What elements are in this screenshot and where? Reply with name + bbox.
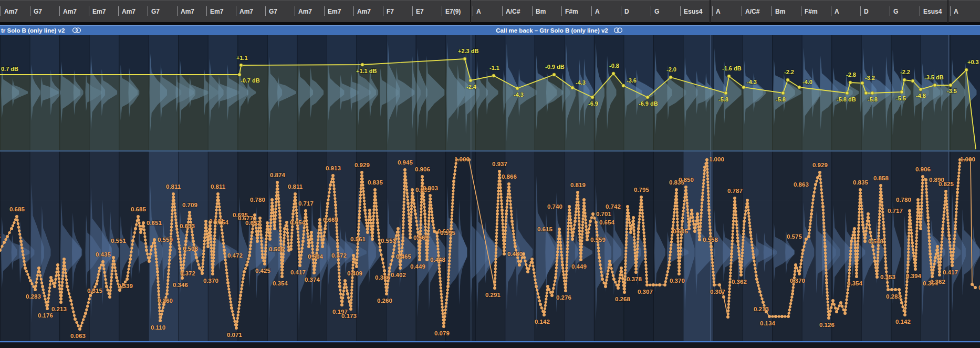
automation-point[interactable] bbox=[718, 283, 721, 286]
automation-point[interactable] bbox=[929, 252, 932, 255]
automation-point[interactable] bbox=[266, 221, 269, 224]
automation-point[interactable] bbox=[383, 269, 386, 272]
automation-point[interactable] bbox=[206, 245, 210, 248]
automation-point[interactable] bbox=[791, 292, 794, 295]
automation-point[interactable] bbox=[514, 245, 517, 248]
automation-point[interactable] bbox=[900, 90, 903, 94]
automation-point[interactable] bbox=[787, 315, 790, 318]
automation-point[interactable] bbox=[321, 245, 324, 248]
automation-point[interactable] bbox=[733, 197, 736, 200]
automation-point[interactable] bbox=[336, 245, 339, 248]
automation-point[interactable] bbox=[414, 212, 417, 216]
automation-point[interactable] bbox=[379, 249, 382, 252]
automation-point[interactable] bbox=[29, 279, 32, 282]
automation-point[interactable] bbox=[56, 263, 59, 267]
automation-point[interactable] bbox=[403, 168, 406, 171]
automation-point[interactable] bbox=[498, 170, 501, 173]
automation-point[interactable] bbox=[705, 158, 708, 161]
automation-point[interactable] bbox=[620, 267, 623, 270]
automation-point[interactable] bbox=[658, 283, 661, 286]
automation-point[interactable] bbox=[774, 315, 777, 318]
automation-point[interactable] bbox=[373, 188, 377, 191]
automation-point[interactable] bbox=[137, 215, 140, 218]
automation-point[interactable] bbox=[586, 238, 589, 241]
automation-point[interactable] bbox=[608, 260, 611, 263]
automation-point[interactable] bbox=[884, 267, 888, 270]
automation-point[interactable] bbox=[450, 227, 453, 230]
automation-point[interactable] bbox=[903, 78, 906, 81]
automation-point[interactable] bbox=[435, 231, 439, 234]
automation-point[interactable] bbox=[442, 325, 445, 328]
automation-point[interactable] bbox=[576, 191, 579, 194]
automation-point[interactable] bbox=[312, 271, 316, 274]
automation-point[interactable] bbox=[496, 212, 499, 216]
automation-point[interactable] bbox=[62, 258, 66, 261]
automation-point[interactable] bbox=[289, 248, 293, 251]
automation-point[interactable] bbox=[399, 267, 402, 270]
automation-point[interactable] bbox=[316, 248, 319, 251]
automation-point[interactable] bbox=[861, 81, 864, 85]
automation-point[interactable] bbox=[245, 263, 248, 267]
chord-cell[interactable]: F#m bbox=[805, 8, 818, 15]
automation-point[interactable] bbox=[698, 238, 701, 241]
automation-point[interactable] bbox=[742, 86, 745, 89]
automation-point[interactable] bbox=[291, 212, 295, 216]
automation-point[interactable] bbox=[115, 276, 118, 279]
automation-point[interactable] bbox=[768, 315, 771, 318]
automation-point[interactable] bbox=[601, 278, 604, 281]
automation-point[interactable] bbox=[358, 216, 361, 219]
automation-point[interactable] bbox=[409, 236, 412, 239]
automation-point[interactable] bbox=[634, 271, 638, 274]
automation-point[interactable] bbox=[304, 209, 307, 212]
automation-point[interactable] bbox=[134, 227, 137, 230]
automation-point[interactable] bbox=[690, 209, 693, 212]
automation-point[interactable] bbox=[381, 258, 384, 261]
automation-point[interactable] bbox=[571, 238, 574, 241]
automation-point[interactable] bbox=[681, 220, 684, 223]
automation-point[interactable] bbox=[296, 227, 299, 230]
automation-point[interactable] bbox=[251, 231, 254, 234]
automation-point[interactable] bbox=[749, 231, 752, 234]
automation-point[interactable] bbox=[239, 64, 243, 67]
automation-point[interactable] bbox=[924, 178, 927, 181]
automation-point[interactable] bbox=[69, 299, 72, 302]
automation-point[interactable] bbox=[518, 263, 521, 267]
automation-point[interactable] bbox=[971, 283, 974, 286]
automation-point[interactable] bbox=[693, 230, 696, 233]
automation-point[interactable] bbox=[743, 220, 746, 223]
automation-point[interactable] bbox=[276, 181, 279, 184]
automation-point[interactable] bbox=[522, 252, 525, 255]
automation-point[interactable] bbox=[617, 286, 620, 290]
chord-cell[interactable]: Am7 bbox=[181, 8, 194, 15]
automation-point[interactable] bbox=[433, 230, 436, 233]
automation-point[interactable] bbox=[298, 264, 301, 267]
automation-point[interactable] bbox=[810, 212, 813, 216]
automation-point[interactable] bbox=[239, 294, 242, 297]
chord-cell[interactable]: Am7 bbox=[122, 8, 135, 15]
automation-point[interactable] bbox=[294, 192, 297, 196]
automation-point[interactable] bbox=[6, 235, 9, 238]
automation-point[interactable] bbox=[95, 282, 98, 285]
automation-point[interactable] bbox=[283, 227, 286, 230]
automation-point[interactable] bbox=[169, 249, 172, 252]
automation-point[interactable] bbox=[223, 249, 226, 252]
automation-point[interactable] bbox=[546, 285, 549, 288]
automation-point[interactable] bbox=[153, 238, 156, 241]
chord-cell[interactable]: A bbox=[835, 8, 839, 15]
automation-point[interactable] bbox=[726, 315, 729, 319]
automation-point[interactable] bbox=[965, 68, 968, 71]
chord-cell[interactable]: G bbox=[654, 8, 659, 15]
automation-point[interactable] bbox=[798, 272, 801, 275]
automation-point[interactable] bbox=[646, 96, 649, 99]
automation-point[interactable] bbox=[248, 254, 251, 257]
automation-point[interactable] bbox=[46, 307, 49, 310]
automation-point[interactable] bbox=[301, 240, 305, 243]
automation-point[interactable] bbox=[469, 79, 472, 82]
automation-point[interactable] bbox=[668, 263, 671, 267]
automation-point[interactable] bbox=[814, 183, 817, 186]
chord-cell[interactable]: A/C# bbox=[745, 8, 760, 15]
automation-point[interactable] bbox=[329, 183, 332, 187]
automation-point[interactable] bbox=[914, 268, 917, 271]
chord-cell[interactable]: Esus4 bbox=[923, 8, 942, 15]
automation-point[interactable] bbox=[273, 227, 276, 230]
